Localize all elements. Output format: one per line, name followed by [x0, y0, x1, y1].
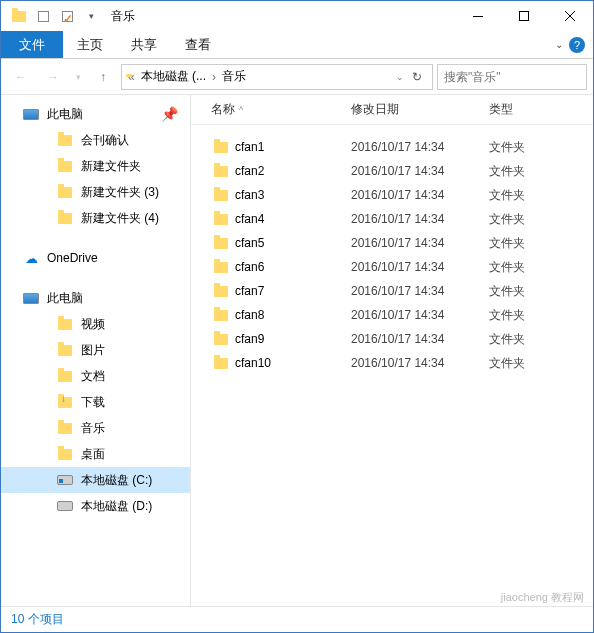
- forward-button[interactable]: →: [39, 63, 67, 91]
- file-row[interactable]: cfan82016/10/17 14:34文件夹: [191, 303, 593, 327]
- folder-icon: [57, 132, 73, 148]
- sidebar-item[interactable]: 本地磁盘 (D:): [1, 493, 190, 519]
- chevron-right-icon[interactable]: ›: [210, 70, 218, 84]
- sidebar-item[interactable]: 视频: [1, 311, 190, 337]
- sidebar-item-label: 图片: [81, 342, 105, 359]
- sidebar-item[interactable]: 音乐: [1, 415, 190, 441]
- tab-home[interactable]: 主页: [63, 31, 117, 58]
- file-name: cfan1: [231, 140, 351, 154]
- file-list[interactable]: cfan12016/10/17 14:34文件夹cfan22016/10/17 …: [191, 125, 593, 606]
- breadcrumb[interactable]: 本地磁盘 (...: [137, 68, 210, 85]
- folder-icon: [57, 210, 73, 226]
- sidebar-item[interactable]: 文档: [1, 363, 190, 389]
- file-name: cfan2: [231, 164, 351, 178]
- file-type: 文件夹: [489, 355, 525, 372]
- column-type-header[interactable]: 类型: [489, 101, 559, 118]
- qat-properties-icon[interactable]: [31, 4, 55, 28]
- refresh-button[interactable]: ↻: [406, 70, 428, 84]
- qat-dropdown-icon[interactable]: ▾: [79, 4, 103, 28]
- drive-icon: [57, 498, 73, 514]
- sidebar-item[interactable]: 本地磁盘 (C:): [1, 467, 190, 493]
- window-title: 音乐: [111, 8, 135, 25]
- sidebar-item-label: 视频: [81, 316, 105, 333]
- maximize-button[interactable]: [501, 1, 547, 31]
- file-name: cfan6: [231, 260, 351, 274]
- file-name: cfan4: [231, 212, 351, 226]
- column-name-header[interactable]: 名称^: [211, 101, 351, 118]
- sidebar-item-label: OneDrive: [47, 251, 98, 265]
- sidebar-item[interactable]: 图片: [1, 337, 190, 363]
- folder-icon: [211, 334, 231, 345]
- breadcrumb-overflow[interactable]: «: [126, 70, 137, 84]
- file-row[interactable]: cfan62016/10/17 14:34文件夹: [191, 255, 593, 279]
- file-type: 文件夹: [489, 163, 525, 180]
- file-tab[interactable]: 文件: [1, 31, 63, 58]
- sidebar-item[interactable]: 新建文件夹: [1, 153, 190, 179]
- column-headers: 名称^ 修改日期 类型: [191, 95, 593, 125]
- sidebar-item[interactable]: 新建文件夹 (4): [1, 205, 190, 231]
- pin-icon: 📌: [161, 106, 178, 122]
- file-type: 文件夹: [489, 235, 525, 252]
- up-button[interactable]: ↑: [89, 63, 117, 91]
- sidebar-item[interactable]: 新建文件夹 (3): [1, 179, 190, 205]
- pictures-icon: [57, 342, 73, 358]
- drive-c-icon: [57, 472, 73, 488]
- file-date: 2016/10/17 14:34: [351, 260, 489, 274]
- folder-icon: [211, 286, 231, 297]
- address-dropdown-icon[interactable]: ⌄: [394, 72, 406, 82]
- tab-share[interactable]: 共享: [117, 31, 171, 58]
- folder-icon: [211, 238, 231, 249]
- file-row[interactable]: cfan72016/10/17 14:34文件夹: [191, 279, 593, 303]
- close-button[interactable]: [547, 1, 593, 31]
- pc-icon: [23, 290, 39, 306]
- sidebar-item[interactable]: 桌面: [1, 441, 190, 467]
- item-count: 10 个项目: [11, 611, 64, 628]
- file-row[interactable]: cfan52016/10/17 14:34文件夹: [191, 231, 593, 255]
- pc-icon: [23, 106, 39, 122]
- file-row[interactable]: cfan92016/10/17 14:34文件夹: [191, 327, 593, 351]
- search-box[interactable]: 🔍: [437, 64, 587, 90]
- docs-icon: [57, 368, 73, 384]
- file-row[interactable]: cfan12016/10/17 14:34文件夹: [191, 135, 593, 159]
- sidebar-item-label: 下载: [81, 394, 105, 411]
- qat-check-icon[interactable]: ✓: [55, 4, 79, 28]
- address-bar[interactable]: « 本地磁盘 (... › 音乐 ⌄ ↻: [121, 64, 433, 90]
- file-date: 2016/10/17 14:34: [351, 308, 489, 322]
- file-name: cfan10: [231, 356, 351, 370]
- file-row[interactable]: cfan32016/10/17 14:34文件夹: [191, 183, 593, 207]
- minimize-button[interactable]: [455, 1, 501, 31]
- sidebar-item[interactable]: 此电脑: [1, 285, 190, 311]
- sidebar-item-label: 文档: [81, 368, 105, 385]
- desktop-icon: [57, 446, 73, 462]
- folder-icon: [211, 190, 231, 201]
- sidebar-item-label: 本地磁盘 (C:): [81, 472, 152, 489]
- file-row[interactable]: cfan102016/10/17 14:34文件夹: [191, 351, 593, 375]
- sidebar-item[interactable]: ☁OneDrive: [1, 245, 190, 271]
- folder-icon: [211, 358, 231, 369]
- sidebar-item-label: 本地磁盘 (D:): [81, 498, 152, 515]
- ribbon-expand-icon[interactable]: ⌄: [555, 39, 563, 50]
- sidebar-item[interactable]: 会刊确认: [1, 127, 190, 153]
- onedrive-icon: ☁: [23, 250, 39, 266]
- file-date: 2016/10/17 14:34: [351, 188, 489, 202]
- column-date-header[interactable]: 修改日期: [351, 101, 489, 118]
- file-date: 2016/10/17 14:34: [351, 284, 489, 298]
- navigation-pane[interactable]: 此电脑📌会刊确认新建文件夹新建文件夹 (3)新建文件夹 (4)☁OneDrive…: [1, 95, 191, 606]
- recent-dropdown-icon[interactable]: ▾: [71, 63, 85, 91]
- folder-icon: [211, 214, 231, 225]
- back-button[interactable]: ←: [7, 63, 35, 91]
- file-row[interactable]: cfan22016/10/17 14:34文件夹: [191, 159, 593, 183]
- file-type: 文件夹: [489, 259, 525, 276]
- video-icon: [57, 316, 73, 332]
- tab-view[interactable]: 查看: [171, 31, 225, 58]
- help-icon[interactable]: ?: [569, 37, 585, 53]
- sidebar-item[interactable]: 下载: [1, 389, 190, 415]
- sidebar-item-label: 新建文件夹 (3): [81, 184, 159, 201]
- file-row[interactable]: cfan42016/10/17 14:34文件夹: [191, 207, 593, 231]
- sidebar-item[interactable]: 此电脑📌: [1, 101, 190, 127]
- file-date: 2016/10/17 14:34: [351, 236, 489, 250]
- search-input[interactable]: [444, 70, 594, 84]
- folder-icon: [211, 310, 231, 321]
- breadcrumb[interactable]: 音乐: [218, 68, 250, 85]
- address-row: ← → ▾ ↑ « 本地磁盘 (... › 音乐 ⌄ ↻ 🔍: [1, 59, 593, 95]
